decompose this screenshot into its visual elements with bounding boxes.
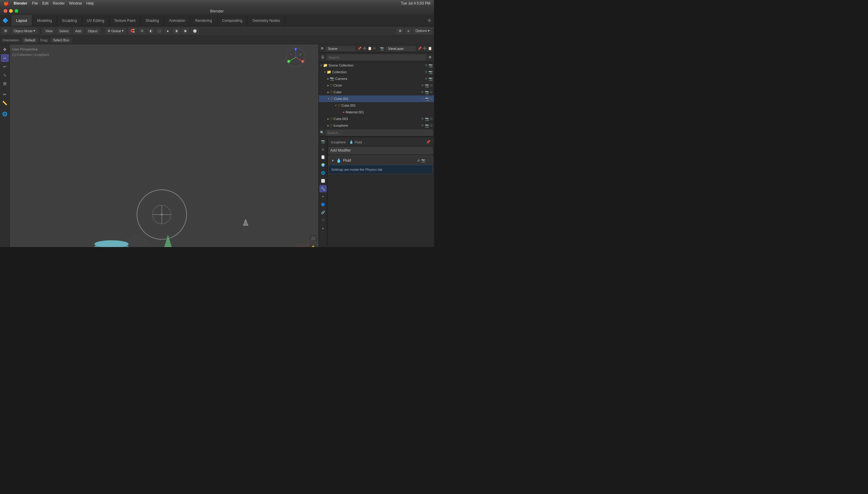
filter-icon[interactable]: ☰ bbox=[321, 55, 324, 59]
circle-eye-icon[interactable]: 👁 bbox=[421, 83, 424, 88]
eye-icon-2[interactable]: 👁 bbox=[424, 70, 428, 74]
props-material-icon[interactable]: ● bbox=[319, 225, 327, 232]
tab-animation[interactable]: Animation bbox=[164, 15, 190, 26]
add-menu-btn[interactable]: Add bbox=[73, 27, 84, 34]
cube001-eye-icon[interactable]: 👁 bbox=[421, 97, 424, 101]
props-scene-icon[interactable]: 🌍 bbox=[319, 161, 327, 169]
props-modifier-icon[interactable]: 🔧 bbox=[319, 185, 327, 192]
minimize-button[interactable] bbox=[9, 9, 13, 13]
props-search-input[interactable] bbox=[325, 130, 433, 136]
cube003-eye-icon[interactable]: 👁 bbox=[421, 117, 424, 121]
workspace-tab-add[interactable]: ➕ bbox=[425, 15, 434, 26]
scene-pin-icon[interactable]: 📌 bbox=[357, 46, 362, 51]
scene-label[interactable]: Scene bbox=[325, 46, 356, 51]
drag-value[interactable]: Select Box bbox=[51, 38, 72, 42]
filter-options-icon[interactable]: ⚙ bbox=[429, 55, 432, 59]
cube003-render-icon[interactable]: 📷 bbox=[425, 117, 429, 121]
gizmo-widget[interactable]: Z X Y bbox=[285, 47, 306, 69]
proportional-edit-btn[interactable]: ⊙ bbox=[138, 27, 146, 34]
camera-eye-icon[interactable]: 👁 bbox=[424, 77, 428, 81]
modifier-realtime-icon[interactable]: 🖥 bbox=[417, 158, 420, 163]
viewport-shading-btn[interactable]: ◑ bbox=[172, 27, 180, 34]
props-constraints-icon[interactable]: 🔗 bbox=[319, 209, 327, 216]
annotate-tool[interactable]: ✏ bbox=[1, 91, 9, 98]
object-menu-btn[interactable]: Object bbox=[86, 27, 100, 34]
props-object-icon[interactable]: ⬜ bbox=[319, 177, 327, 185]
snap-btn[interactable]: 🧲 bbox=[128, 27, 137, 34]
props-render-icon[interactable]: 📷 bbox=[319, 138, 327, 145]
transform-btn[interactable]: ⊕ Global ▾ bbox=[105, 27, 126, 34]
viewport-render-btn[interactable]: ⬤ bbox=[191, 27, 199, 34]
menu-window[interactable]: Window bbox=[69, 1, 82, 5]
cube-eye-icon[interactable]: 👁 bbox=[421, 90, 424, 94]
object-mode-btn[interactable]: Object Mode ▾ bbox=[11, 27, 38, 34]
viewlayer-copy-icon[interactable]: 📋 bbox=[428, 46, 432, 51]
viewlayer-label[interactable]: ViewLayer bbox=[386, 46, 416, 51]
viewport-solid-btn[interactable]: ◉ bbox=[182, 27, 189, 34]
gizmo-btn[interactable]: ⊕ bbox=[396, 27, 404, 34]
tab-sculpting[interactable]: Sculpting bbox=[57, 15, 82, 26]
scale-tool[interactable]: ⤡ bbox=[1, 71, 9, 79]
tab-rendering[interactable]: Rendering bbox=[190, 15, 217, 26]
props-physics-icon[interactable]: 🔵 bbox=[319, 201, 327, 208]
menu-help[interactable]: Help bbox=[86, 1, 94, 5]
cube003-tool-icon[interactable]: ⚙ bbox=[430, 117, 433, 121]
modifier-more-icon[interactable]: ⋮ bbox=[427, 158, 430, 163]
outliner-cube[interactable]: ▶ ▽ Cube 👁 📷 ⚙ bbox=[319, 89, 434, 95]
props-pin-icon[interactable]: 📌 bbox=[426, 140, 430, 144]
tab-texture-paint[interactable]: Texture Paint bbox=[109, 15, 141, 26]
add-modifier-button[interactable]: Add Modifier bbox=[328, 147, 433, 154]
outliner-cube001[interactable]: ▼ ▽ Cube.001 👁 📷 ⚙ bbox=[319, 95, 434, 102]
tab-layout[interactable]: Layout bbox=[11, 15, 32, 26]
render-icon-2[interactable]: 📷 bbox=[429, 70, 433, 74]
orientation-value[interactable]: Default bbox=[22, 38, 38, 42]
maximize-button[interactable] bbox=[15, 9, 18, 13]
props-viewlayer-icon[interactable]: 📑 bbox=[319, 153, 327, 161]
overlays-menu-btn[interactable]: ≡ bbox=[405, 27, 412, 34]
render-icon-sm[interactable]: 📷 bbox=[429, 63, 433, 68]
move-tool[interactable]: ↔ bbox=[1, 54, 9, 62]
cursor-tool[interactable]: ✥ bbox=[1, 45, 9, 54]
select-menu-btn[interactable]: Select bbox=[57, 27, 71, 34]
viewport-3d[interactable]: User Perspective (1) Collection | Icosph… bbox=[10, 44, 319, 247]
scene-remove-icon[interactable]: ✕ bbox=[373, 46, 376, 51]
props-particles-icon[interactable]: ✦ bbox=[319, 193, 327, 200]
modifier-expand-toggle[interactable]: ▼ bbox=[331, 159, 334, 162]
add-primitive-tool[interactable]: 🌐 bbox=[1, 110, 9, 118]
scene-copy-icon[interactable]: 📋 bbox=[368, 46, 372, 51]
cube-tool-icon[interactable]: ⚙ bbox=[430, 90, 433, 94]
props-world-icon[interactable]: 🌐 bbox=[319, 169, 327, 176]
modifier-render-icon[interactable]: 📷 bbox=[421, 158, 426, 163]
circle-tool-icon[interactable]: ⚙ bbox=[430, 83, 433, 88]
outliner-scene-collection[interactable]: ▼ 📁 Scene Collection 👁 📷 bbox=[319, 62, 434, 69]
cube-render-icon[interactable]: 📷 bbox=[425, 90, 429, 94]
xray-btn[interactable]: □ bbox=[156, 27, 163, 34]
outliner-search-input[interactable] bbox=[327, 54, 426, 60]
viewlayer-pin-icon[interactable]: 📌 bbox=[418, 46, 422, 51]
menu-render[interactable]: Render bbox=[53, 1, 65, 5]
tab-compositing[interactable]: Compositing bbox=[217, 15, 248, 26]
menu-file[interactable]: File bbox=[32, 1, 38, 5]
camera-render-icon[interactable]: 📷 bbox=[429, 77, 433, 81]
circle-render-icon[interactable]: 📷 bbox=[425, 83, 429, 88]
scene-add-icon[interactable]: ➕ bbox=[363, 46, 367, 51]
close-button[interactable] bbox=[4, 9, 7, 13]
outliner-cube003[interactable]: ▶ ▽ Cube.003 👁 📷 ⚙ bbox=[319, 115, 434, 122]
editor-type-btn[interactable]: ⊞ bbox=[2, 27, 10, 34]
outliner-cube001-child[interactable]: ▼ ▽ Cube.001 bbox=[319, 102, 434, 109]
eye-icon[interactable]: 👁 bbox=[424, 63, 428, 68]
options-btn[interactable]: Options ▾ bbox=[413, 27, 432, 34]
overlay-btn[interactable]: ◐ bbox=[147, 27, 155, 34]
apple-icon[interactable]: 🍎 bbox=[4, 1, 9, 6]
outliner-circle[interactable]: ▶ ▽ Circle 👁 📷 ⚙ bbox=[319, 82, 434, 89]
outliner-camera[interactable]: ▶ 📷 Camera 👁 📷 bbox=[319, 75, 434, 82]
viewlayer-add-icon[interactable]: ➕ bbox=[423, 46, 427, 51]
tab-modeling[interactable]: Modeling bbox=[32, 15, 57, 26]
tab-uv-editing[interactable]: UV Editing bbox=[82, 15, 109, 26]
tab-geometry-nodes[interactable]: Geometry Nodes bbox=[247, 15, 285, 26]
props-data-icon[interactable]: ▽ bbox=[319, 216, 327, 224]
ico-render-icon[interactable]: 📷 bbox=[425, 124, 429, 128]
menu-edit[interactable]: Edit bbox=[42, 1, 49, 5]
shading-btn[interactable]: ● bbox=[164, 27, 171, 34]
cube001-tool-icon[interactable]: ⚙ bbox=[430, 97, 433, 101]
